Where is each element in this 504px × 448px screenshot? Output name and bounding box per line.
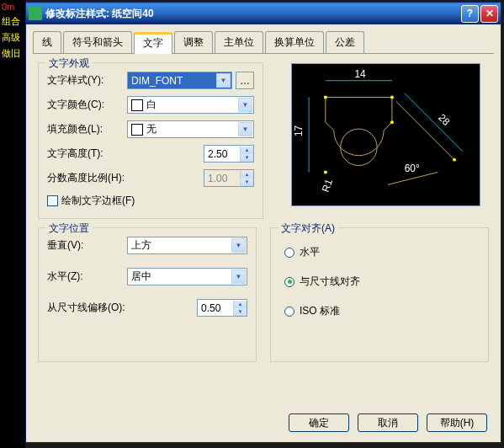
ok-button[interactable]: 确定 xyxy=(289,413,349,432)
legend-position: 文字位置 xyxy=(45,221,93,236)
radio-iso[interactable]: ISO 标准 xyxy=(284,304,480,318)
label-offset: 从尺寸线偏移(O): xyxy=(47,301,144,315)
color-swatch-icon xyxy=(131,99,143,111)
label-text-height: 文字高度(T): xyxy=(47,147,127,161)
radio-icon xyxy=(284,277,294,287)
svg-text:28: 28 xyxy=(436,111,453,128)
window-title: 修改标注样式: 纸空间40 xyxy=(45,7,459,21)
svg-text:60°: 60° xyxy=(405,163,420,174)
radio-icon xyxy=(284,307,294,317)
browse-style-button[interactable]: … xyxy=(236,72,254,89)
legend-appearance: 文字外观 xyxy=(45,56,93,71)
radio-aligned[interactable]: 与尺寸线对齐 xyxy=(284,275,480,289)
svg-point-7 xyxy=(390,96,394,99)
checkbox-icon xyxy=(47,195,58,206)
tab-alternate[interactable]: 换算单位 xyxy=(265,31,324,53)
dimension-preview: 14 17 28 60° R1 xyxy=(291,63,480,206)
app-icon xyxy=(29,7,42,20)
dimension-style-dialog: 修改标注样式: 纸空间40 ? ✕ 线 符号和箭头 文字 调整 主单位 换算单位… xyxy=(25,2,501,443)
label-vertical: 垂直(V): xyxy=(47,238,127,253)
checkbox-draw-frame[interactable]: 绘制文字边框(F) xyxy=(47,194,254,208)
combo-fill-color[interactable]: 无 ▼ xyxy=(127,120,254,138)
fieldset-appearance: 文字外观 文字样式(Y): DIM_FONT ▼ … 文字颜色(C): xyxy=(38,62,263,219)
checkbox-label: 绘制文字边框(F) xyxy=(61,194,135,208)
svg-text:17: 17 xyxy=(293,125,305,136)
svg-point-0 xyxy=(341,129,377,165)
input-text-height[interactable]: 2.50 ▲▼ xyxy=(204,145,254,163)
svg-line-1 xyxy=(396,101,454,159)
svg-line-5 xyxy=(405,93,463,152)
fieldset-position: 文字位置 垂直(V): 上方 ▼ 水平(Z): 居中 ▼ xyxy=(38,227,257,362)
input-offset[interactable]: 0.50 ▲▼ xyxy=(197,299,247,317)
chevron-down-icon: ▼ xyxy=(231,238,246,253)
combo-vertical[interactable]: 上方 ▼ xyxy=(127,237,247,254)
radio-icon xyxy=(284,248,294,258)
titlebar: 修改标注样式: 纸空间40 ? ✕ xyxy=(26,3,501,24)
svg-text:R1: R1 xyxy=(320,178,335,194)
label-fraction-scale: 分数高度比例(H): xyxy=(47,171,140,185)
background-app: 0m 组合 高级 做旧 xyxy=(0,0,25,448)
chevron-down-icon: ▼ xyxy=(216,73,231,88)
label-text-color: 文字颜色(C): xyxy=(47,98,127,112)
combo-text-color[interactable]: 白 ▼ xyxy=(127,96,254,114)
chevron-down-icon: ▼ xyxy=(231,269,246,284)
tab-bar: 线 符号和箭头 文字 调整 主单位 换算单位 公差 xyxy=(33,31,494,54)
tab-symbols[interactable]: 符号和箭头 xyxy=(63,31,132,53)
spin-up-icon[interactable]: ▲ xyxy=(240,147,253,154)
dialog-buttons: 确定 取消 帮助(H) xyxy=(289,413,487,432)
svg-text:14: 14 xyxy=(354,68,366,80)
close-button[interactable]: ✕ xyxy=(480,5,498,23)
help-button[interactable]: 帮助(H) xyxy=(427,413,487,432)
spin-down-icon[interactable]: ▼ xyxy=(240,154,253,162)
legend-alignment: 文字对齐(A) xyxy=(278,221,338,236)
tab-line[interactable]: 线 xyxy=(33,31,61,53)
label-horizontal: 水平(Z): xyxy=(47,269,127,284)
spin-up-icon[interactable]: ▲ xyxy=(233,301,247,308)
radio-horizontal[interactable]: 水平 xyxy=(284,245,480,259)
tab-tolerance[interactable]: 公差 xyxy=(326,31,364,53)
cancel-button[interactable]: 取消 xyxy=(358,413,418,432)
svg-point-9 xyxy=(390,120,394,124)
chevron-down-icon: ▼ xyxy=(238,98,252,112)
svg-point-10 xyxy=(453,158,456,162)
fieldset-alignment: 文字对齐(A) 水平 与尺寸线对齐 ISO 标准 xyxy=(270,227,489,362)
tab-adjust[interactable]: 调整 xyxy=(174,31,213,53)
tab-primary[interactable]: 主单位 xyxy=(215,31,263,53)
tab-text[interactable]: 文字 xyxy=(134,32,172,54)
combo-horizontal[interactable]: 居中 ▼ xyxy=(127,268,247,285)
label-text-style: 文字样式(Y): xyxy=(47,73,127,88)
input-fraction-scale: 1.00 ▲▼ xyxy=(204,169,254,187)
spin-down-icon[interactable]: ▼ xyxy=(233,308,247,316)
combo-text-style[interactable]: DIM_FONT ▼ xyxy=(127,72,232,89)
chevron-down-icon: ▼ xyxy=(238,122,252,136)
color-swatch-icon xyxy=(131,124,143,136)
svg-point-6 xyxy=(324,96,327,99)
label-fill-color: 填充颜色(L): xyxy=(47,122,127,136)
svg-point-8 xyxy=(324,170,327,173)
help-button[interactable]: ? xyxy=(461,5,479,23)
